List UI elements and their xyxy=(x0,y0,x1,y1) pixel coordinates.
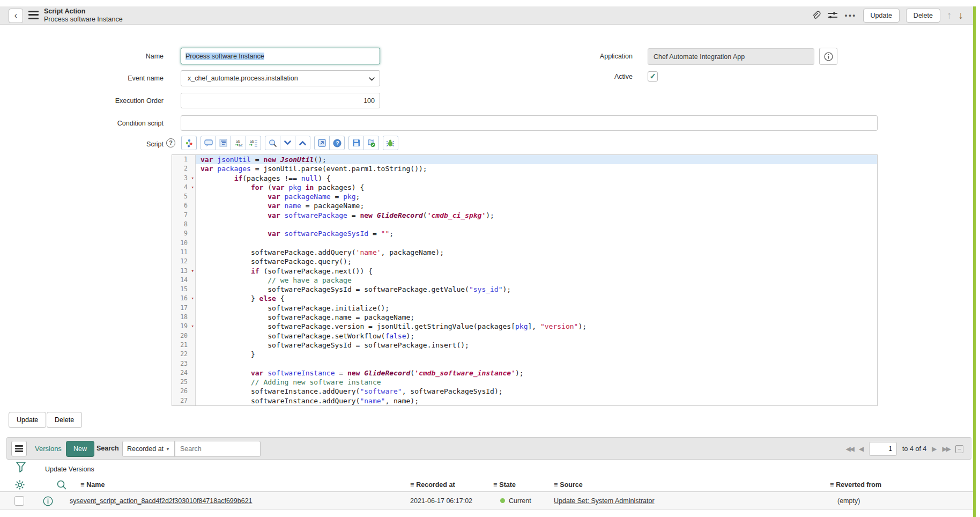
code-line[interactable]: 7 var softwarePackage = new GlideRecord(… xyxy=(172,211,877,220)
event-name-select[interactable]: x_chef_automate.process.installation xyxy=(181,70,380,86)
fold-arrow-icon[interactable]: ▾ xyxy=(191,183,194,192)
syntax-editor-icon[interactable] xyxy=(181,136,197,150)
filter-icon[interactable] xyxy=(15,461,27,475)
code-line[interactable]: 6 var name = packageName; xyxy=(172,201,877,210)
code-line[interactable]: 8 xyxy=(172,220,877,229)
page-number-input[interactable] xyxy=(869,442,897,456)
find-next-icon[interactable] xyxy=(280,136,295,150)
line-number: 17 xyxy=(172,304,196,313)
new-version-button[interactable]: New xyxy=(66,441,94,457)
replace-icon[interactable]: abac xyxy=(231,136,246,150)
code-line[interactable]: 14 // we have a package xyxy=(172,276,877,285)
format-code-icon[interactable] xyxy=(216,136,231,150)
name-field[interactable]: Process software Instance xyxy=(181,48,380,64)
breadcrumb[interactable]: Update Versions xyxy=(45,466,94,473)
debug-icon[interactable] xyxy=(383,136,398,150)
validate-script-icon[interactable] xyxy=(363,136,379,150)
condition-script-field[interactable] xyxy=(181,115,878,131)
versions-title-link[interactable]: Versions xyxy=(35,445,62,453)
column-header-recorded-at[interactable]: ≡Recorded at xyxy=(410,481,455,489)
column-header-state[interactable]: ≡State xyxy=(493,481,516,489)
save-icon[interactable] xyxy=(348,136,364,150)
row-checkbox[interactable] xyxy=(14,496,24,506)
code-line[interactable]: 9 var softwarePackageSysId = ""; xyxy=(172,229,877,238)
code-line[interactable]: 11 softwarePackage.addQuery('name', pack… xyxy=(172,248,877,257)
code-line[interactable]: 25 // Adding new software instance xyxy=(172,378,877,387)
search-field-dropdown[interactable]: Recorded at ▼ xyxy=(122,441,175,457)
code-line[interactable]: 19▾ softwarePackage.version = jsonUtil.g… xyxy=(172,322,877,331)
first-page-icon[interactable]: ◀◀ xyxy=(845,445,853,453)
code-line[interactable]: 22 } xyxy=(172,350,877,359)
previous-record-icon[interactable]: ↑ xyxy=(947,10,952,21)
replace-all-icon[interactable]: ab xyxy=(246,136,261,150)
search-icon[interactable] xyxy=(265,136,280,150)
list-search-icon[interactable] xyxy=(56,479,67,490)
code-line[interactable]: 24 var softwareInstance = new GlideRecor… xyxy=(172,368,877,378)
footer-delete-button[interactable]: Delete xyxy=(47,412,82,428)
column-menu-icon[interactable]: ≡ xyxy=(554,481,558,489)
column-menu-icon[interactable]: ≡ xyxy=(493,481,497,489)
editor-help-icon[interactable]: ? xyxy=(329,136,345,150)
application-info-button[interactable] xyxy=(819,48,837,65)
application-field: Chef Automate Integration App xyxy=(648,48,814,65)
line-number: 8 xyxy=(172,220,196,229)
versions-search-input[interactable] xyxy=(175,441,261,457)
more-options-icon[interactable]: ●●● xyxy=(844,13,856,18)
open-full-editor-icon[interactable] xyxy=(314,136,330,150)
column-header-reverted-from[interactable]: ≡Reverted from xyxy=(830,481,881,489)
code-line[interactable]: 3▾ if(packages !== null) { xyxy=(172,174,877,183)
line-number: 14 xyxy=(172,276,196,285)
find-previous-icon[interactable] xyxy=(295,136,310,150)
code-line[interactable]: 10 xyxy=(172,239,877,248)
code-line[interactable]: 15 softwarePackageSysId = softwarePackag… xyxy=(172,285,877,294)
column-menu-icon[interactable]: ≡ xyxy=(410,481,414,489)
attachment-icon[interactable] xyxy=(811,11,821,20)
code-line[interactable]: 18 softwarePackage.name = packageName; xyxy=(172,313,877,322)
comment-icon[interactable] xyxy=(201,136,216,150)
update-button[interactable]: Update xyxy=(863,9,900,23)
code-line[interactable]: 23 xyxy=(172,359,877,368)
gear-icon[interactable] xyxy=(14,479,25,490)
code-line[interactable]: 20 softwarePackage.setWorkflow(false); xyxy=(172,331,877,341)
column-menu-icon[interactable]: ≡ xyxy=(830,481,834,489)
fold-arrow-icon[interactable]: ▾ xyxy=(191,322,194,331)
next-record-icon[interactable]: ↓ xyxy=(959,10,964,21)
script-help-icon[interactable]: ? xyxy=(166,138,175,147)
context-menu-icon[interactable] xyxy=(28,11,39,20)
code-line[interactable]: 5 var packageName = pkg; xyxy=(172,192,877,201)
code-line[interactable]: 12 softwarePackage.query(); xyxy=(172,257,877,266)
delete-button[interactable]: Delete xyxy=(906,9,940,23)
execution-order-field[interactable] xyxy=(181,93,380,108)
code-line[interactable]: 2var packages = jsonUtil.parse(event.par… xyxy=(172,164,877,173)
script-editor[interactable]: 1var jsonUtil = new JsonUtil();2var pack… xyxy=(172,154,878,406)
fold-arrow-icon[interactable]: ▾ xyxy=(191,174,194,183)
next-page-icon[interactable]: ▶ xyxy=(932,445,937,453)
line-number: 5 xyxy=(172,192,196,201)
list-menu-icon[interactable] xyxy=(11,441,27,456)
personalize-icon[interactable] xyxy=(827,11,838,20)
chevron-down-icon xyxy=(369,77,375,81)
fold-arrow-icon[interactable]: ▾ xyxy=(191,267,194,276)
column-header-source[interactable]: ≡Source xyxy=(554,481,583,489)
row-info-icon[interactable] xyxy=(43,496,53,506)
name-label: Name xyxy=(40,53,164,60)
code-line[interactable]: 26 softwareInstance.addQuery("software",… xyxy=(172,387,877,396)
back-button[interactable]: ‹ xyxy=(9,9,23,23)
fold-arrow-icon[interactable]: ▾ xyxy=(191,294,194,303)
version-name-link[interactable]: sysevent_script_action_8acd4f2d2f303010f… xyxy=(70,497,253,505)
column-header-name[interactable]: ≡Name xyxy=(80,481,105,489)
active-checkbox[interactable]: ✓ xyxy=(648,71,658,82)
code-line[interactable]: 4▾ for (var pkg in packages) { xyxy=(172,183,877,192)
code-line[interactable]: 27 softwareInstance.addQuery("name", nam… xyxy=(172,396,877,405)
minimize-list-icon[interactable]: − xyxy=(955,445,963,453)
code-line[interactable]: 17 softwarePackage.initialize(); xyxy=(172,304,877,313)
code-line[interactable]: 16▾ } else { xyxy=(172,294,877,303)
code-line[interactable]: 21 softwarePackageSysId = softwarePackag… xyxy=(172,341,877,350)
source-link[interactable]: Update Set: System Administrator xyxy=(554,497,655,505)
code-line[interactable]: 13▾ if (softwarePackage.next()) { xyxy=(172,267,877,276)
column-menu-icon[interactable]: ≡ xyxy=(80,481,84,489)
last-page-icon[interactable]: ▶▶ xyxy=(942,445,950,453)
code-line[interactable]: 1var jsonUtil = new JsonUtil(); xyxy=(172,155,877,164)
footer-update-button[interactable]: Update xyxy=(9,412,46,428)
previous-page-icon[interactable]: ◀ xyxy=(859,445,864,453)
